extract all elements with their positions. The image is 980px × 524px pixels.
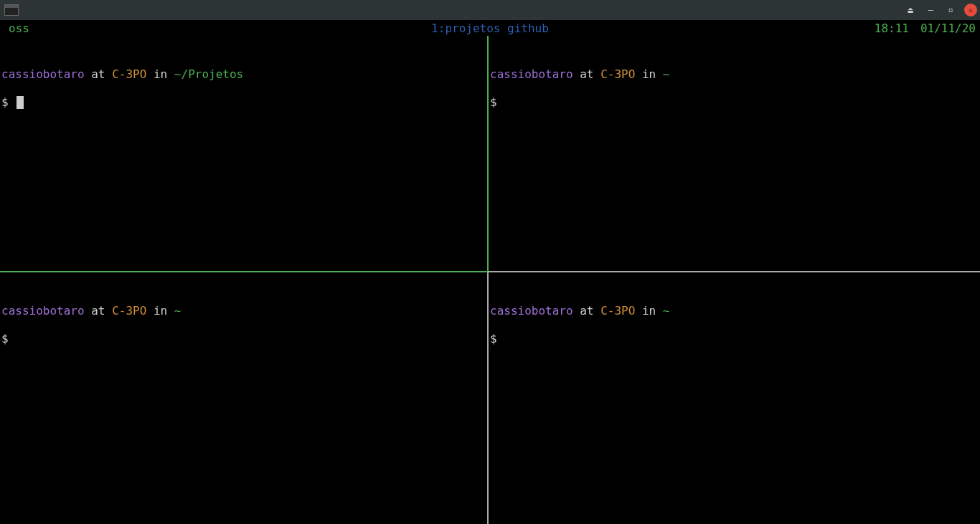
prompt-user: cassiobotaro — [1, 67, 85, 81]
prompt-symbol: $ — [1, 332, 9, 346]
minimize-button[interactable]: — — [924, 4, 937, 16]
pane-bottom-right[interactable]: cassiobotaro at C-3PO in ~ $ — [489, 272, 980, 524]
prompt-at: at — [91, 67, 105, 81]
cursor — [17, 96, 24, 109]
window-controls: ⏏ — ▫ ✕ — [904, 4, 977, 16]
pane-bottom-left[interactable]: cassiobotaro at C-3PO in ~ $ — [0, 272, 487, 524]
prompt-line: cassiobotaro at C-3PO in ~ — [490, 67, 979, 81]
command-line[interactable]: $ — [490, 95, 979, 109]
tmux-status-bar: oss 1:projetos github 18:1101/11/20 — [0, 20, 980, 36]
tmux-window-name: 1:projetos github — [431, 22, 549, 35]
prompt-path: ~ — [663, 304, 670, 318]
prompt-in: in — [642, 304, 656, 318]
eject-button[interactable]: ⏏ — [904, 4, 917, 16]
prompt-path: ~ — [663, 67, 670, 81]
prompt-at: at — [580, 67, 593, 81]
prompt-in: in — [154, 304, 167, 318]
command-line[interactable]: $ — [490, 332, 979, 346]
tmux-date: 01/11/20 — [920, 22, 976, 35]
prompt-user: cassiobotaro — [490, 67, 573, 81]
command-line[interactable]: $ — [1, 332, 486, 346]
prompt-symbol: $ — [490, 95, 497, 109]
prompt-in: in — [642, 67, 656, 81]
prompt-line: cassiobotaro at C-3PO in ~ — [1, 304, 486, 318]
prompt-line: cassiobotaro at C-3PO in ~ — [490, 304, 979, 318]
prompt-in: in — [154, 67, 167, 81]
tmux-clock: 18:1101/11/20 — [875, 22, 976, 35]
pane-top-right[interactable]: cassiobotaro at C-3PO in ~ $ — [489, 36, 980, 271]
maximize-button[interactable]: ▫ — [944, 4, 957, 16]
terminal-icon — [4, 4, 19, 16]
prompt-symbol: $ — [1, 95, 9, 109]
prompt-host: C-3PO — [600, 304, 635, 318]
window-titlebar[interactable]: ⏏ — ▫ ✕ — [0, 0, 980, 20]
tmux-panes: cassiobotaro at C-3PO in ~/Projetos $ ca… — [0, 36, 980, 524]
prompt-user: cassiobotaro — [490, 304, 573, 318]
prompt-line: cassiobotaro at C-3PO in ~/Projetos — [1, 67, 486, 81]
tmux-session-name: oss — [1, 22, 29, 35]
prompt-path: ~/Projetos — [174, 67, 243, 81]
close-button[interactable]: ✕ — [964, 4, 977, 16]
prompt-host: C-3PO — [600, 67, 635, 81]
prompt-host: C-3PO — [112, 304, 146, 318]
prompt-symbol: $ — [490, 332, 497, 346]
prompt-at: at — [580, 304, 593, 318]
prompt-host: C-3PO — [112, 67, 146, 81]
pane-top-left[interactable]: cassiobotaro at C-3PO in ~/Projetos $ — [0, 36, 487, 271]
command-line[interactable]: $ — [1, 95, 486, 109]
tmux-time: 18:11 — [875, 22, 909, 35]
prompt-user: cassiobotaro — [1, 304, 85, 318]
prompt-at: at — [91, 304, 105, 318]
prompt-path: ~ — [174, 304, 182, 318]
